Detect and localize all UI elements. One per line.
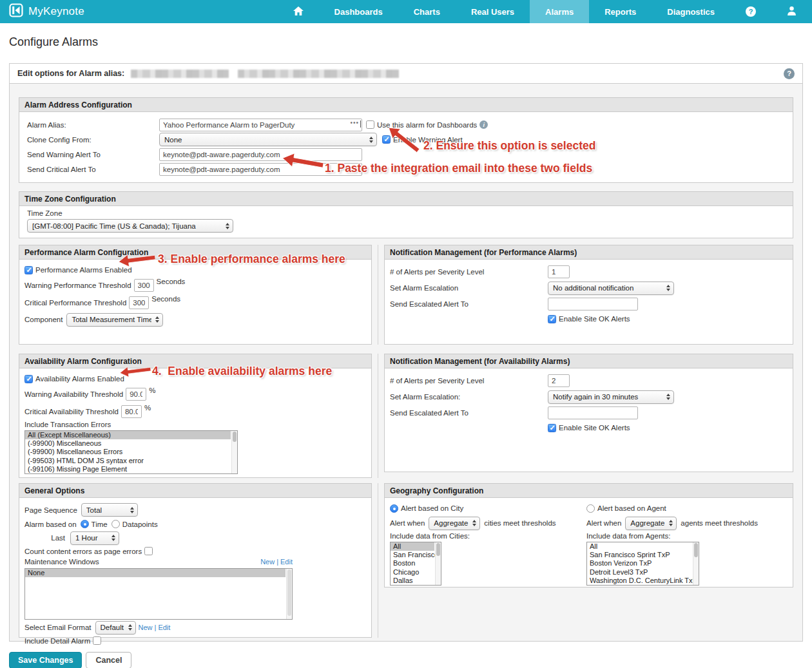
- select-arrows-icon: [666, 285, 670, 291]
- select-arrows-icon: [226, 223, 229, 229]
- escalated-alert-input[interactable]: [548, 298, 638, 310]
- alerts-per-severity-label: # of Alerts per Severity Level: [390, 377, 548, 385]
- availability-enabled-label: Availability Alarms Enabled: [35, 375, 124, 383]
- page-sequence-select[interactable]: Total: [81, 503, 138, 517]
- warning-avail-threshold-input[interactable]: [126, 388, 146, 401]
- nav-item-reports[interactable]: Reports: [589, 0, 652, 23]
- maintenance-windows-listbox[interactable]: None: [24, 568, 293, 620]
- cities-listbox[interactable]: All San Francisco Boston Chicago Dallas: [390, 542, 441, 586]
- enable-warning-label: Enable Warning Alert: [393, 136, 463, 144]
- escalated-alert-label: Send Escalated Alert To: [390, 300, 548, 308]
- list-item[interactable]: (-99503) HTML DOM JS syntax error: [25, 457, 231, 465]
- agents-aggregate-select[interactable]: Aggregate: [625, 517, 677, 530]
- maintenance-edit-link[interactable]: Edit: [280, 558, 293, 566]
- scrollbar[interactable]: [286, 569, 292, 619]
- list-item[interactable]: San Francisco: [391, 551, 434, 559]
- list-item[interactable]: Chicago: [391, 568, 434, 577]
- timezone-select[interactable]: [GMT-08:00] Pacific Time (US & Canada); …: [27, 219, 233, 233]
- send-critical-input[interactable]: [159, 163, 362, 176]
- list-item[interactable]: (-99900) Miscellaneous: [25, 439, 231, 448]
- alerts-per-severity-input[interactable]: [548, 374, 570, 387]
- alarm-escalation-select[interactable]: Notify again in 30 minutes: [548, 390, 674, 404]
- escalated-alert-input[interactable]: [548, 406, 638, 419]
- alarm-escalation-select[interactable]: No additional notification: [548, 282, 674, 295]
- transaction-errors-listbox[interactable]: All (Except Miscellaneous) (-99900) Misc…: [24, 430, 238, 474]
- alert-agent-radio[interactable]: [586, 504, 595, 513]
- alarm-alias-input[interactable]: [159, 119, 362, 131]
- count-content-errors-checkbox[interactable]: [144, 547, 153, 555]
- component-select[interactable]: Total Measurement Time: [66, 313, 163, 327]
- clone-config-select[interactable]: None: [159, 133, 377, 146]
- scrollbar[interactable]: [435, 542, 441, 585]
- list-item[interactable]: Washington D.C. CenturyLink TxP: [587, 577, 692, 585]
- timezone-label: Time Zone: [27, 209, 788, 217]
- list-item[interactable]: San Francisco Sprint TxP: [587, 551, 692, 559]
- list-item[interactable]: Boston Verizon TxP: [587, 559, 692, 568]
- component-label: Component: [24, 316, 63, 323]
- clone-config-label: Clone Config From:: [27, 136, 159, 144]
- info-icon[interactable]: i: [479, 120, 488, 129]
- alert-city-radio[interactable]: [390, 504, 398, 513]
- list-item[interactable]: Boston: [391, 559, 434, 568]
- critical-perf-unit: Seconds: [151, 294, 180, 303]
- critical-perf-threshold-input[interactable]: [129, 296, 149, 309]
- nav-item-dashboards[interactable]: Dashboards: [319, 0, 398, 23]
- cities-threshold-suffix: cities meet thresholds: [484, 519, 556, 527]
- site-ok-label: Enable Site OK Alerts: [559, 315, 630, 323]
- scrollbar[interactable]: [231, 431, 237, 473]
- list-item[interactable]: Dallas: [391, 577, 434, 585]
- cancel-button[interactable]: Cancel: [86, 652, 131, 668]
- enable-warning-checkbox[interactable]: [382, 135, 391, 144]
- nav-item-charts[interactable]: Charts: [398, 0, 456, 23]
- site-ok-checkbox[interactable]: [548, 315, 556, 323]
- cities-aggregate-select[interactable]: Aggregate: [429, 517, 480, 530]
- column-divider: [378, 483, 378, 638]
- section-general-options: General Options Page Sequence Total Alar…: [19, 483, 372, 638]
- list-item[interactable]: (-99106) Missing Page Element: [25, 465, 231, 473]
- section-timezone: Time Zone Configuration Time Zone [GMT-0…: [19, 191, 793, 238]
- time-radio-label: Time: [92, 520, 108, 528]
- nav-item-alarms[interactable]: Alarms: [530, 0, 589, 23]
- nav-account[interactable]: [771, 0, 812, 23]
- warning-avail-threshold-label: Warning Availability Threshold: [24, 390, 123, 398]
- critical-avail-threshold-label: Critical Availability Threshold: [24, 408, 119, 415]
- nav-item-real-users[interactable]: Real Users: [456, 0, 530, 23]
- alarm-escalation-label: Set Alarm Escalation: [390, 284, 548, 292]
- performance-enabled-checkbox[interactable]: [24, 266, 33, 274]
- warning-perf-threshold-input[interactable]: [134, 279, 154, 292]
- include-cities-label: Include data from Cities:: [390, 532, 586, 540]
- list-item[interactable]: (-99900) Miscellaneous Errors: [25, 448, 231, 456]
- email-format-select[interactable]: Default: [95, 621, 136, 635]
- list-item[interactable]: All: [587, 542, 692, 551]
- send-warning-input[interactable]: [159, 148, 362, 161]
- scrollbar[interactable]: [693, 542, 699, 585]
- nav-item-diagnostics[interactable]: Diagnostics: [652, 0, 730, 23]
- list-item[interactable]: None: [25, 569, 285, 577]
- datapoints-radio[interactable]: [111, 520, 120, 528]
- critical-avail-threshold-input[interactable]: [121, 405, 142, 418]
- include-detail-alarm-checkbox[interactable]: [93, 636, 101, 645]
- agents-listbox[interactable]: All San Francisco Sprint TxP Boston Veri…: [586, 542, 699, 586]
- edit-options-label: Edit options for Alarm alias:: [17, 69, 124, 78]
- maintenance-new-link[interactable]: New: [260, 558, 275, 566]
- list-item[interactable]: All: [391, 542, 434, 551]
- include-detail-alarm-label: Include Detail Alarm: [24, 637, 90, 645]
- panel-help-icon[interactable]: ?: [784, 68, 795, 79]
- email-edit-link[interactable]: Edit: [158, 624, 170, 631]
- use-dashboards-checkbox[interactable]: [366, 120, 374, 129]
- last-select[interactable]: 1 Hour: [70, 531, 119, 545]
- section-title: Geography Configuration: [385, 484, 793, 498]
- nav-help[interactable]: ?: [730, 0, 771, 23]
- alert-when-label: Alert when: [390, 519, 425, 527]
- save-changes-button[interactable]: Save Changes: [9, 652, 82, 668]
- list-item[interactable]: Detroit Level3 TxP: [587, 568, 692, 577]
- time-radio[interactable]: [81, 520, 89, 528]
- list-item[interactable]: All (Except Miscellaneous): [25, 431, 231, 439]
- availability-enabled-checkbox[interactable]: [24, 375, 33, 383]
- nav-home[interactable]: [278, 0, 319, 23]
- alerts-per-severity-input[interactable]: [548, 265, 570, 278]
- site-ok-checkbox[interactable]: [548, 424, 556, 432]
- brand[interactable]: MyKeynote: [0, 0, 93, 23]
- select-arrows-icon: [111, 535, 115, 541]
- email-new-link[interactable]: New: [139, 624, 153, 631]
